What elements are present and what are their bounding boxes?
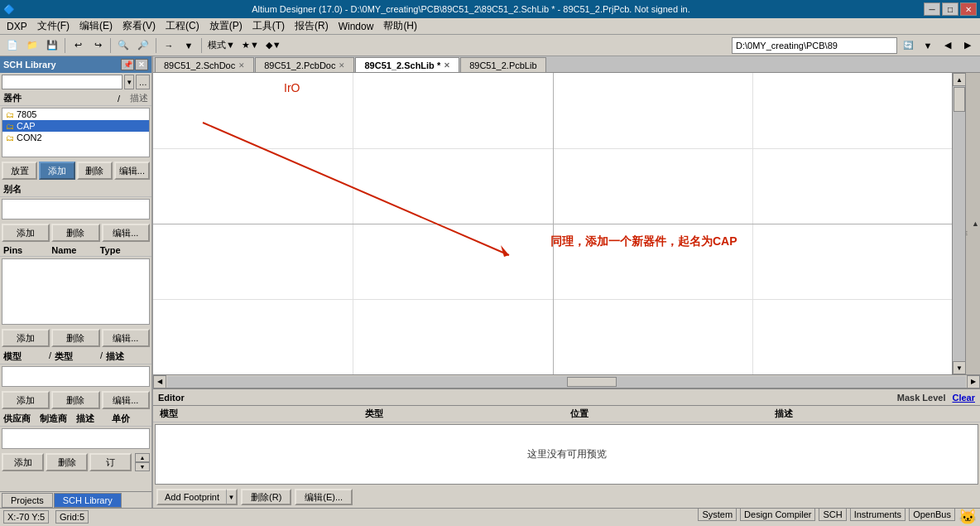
hscroll-left-btn[interactable]: ◀ — [153, 375, 166, 388]
tab-pcblib-label: 89C51_2.PcbLib — [469, 60, 536, 70]
minimize-button[interactable]: ─ — [924, 2, 940, 16]
search-more-btn[interactable]: … — [136, 75, 150, 89]
add-supplier-button[interactable]: 添加 — [2, 453, 44, 471]
panel-close-btn[interactable]: ✕ — [135, 59, 148, 70]
status-design-compiler[interactable]: Design Compiler — [740, 508, 815, 521]
search-dropdown-btn[interactable]: ▼ — [124, 75, 134, 89]
side-btn-up[interactable]: ▲ — [971, 218, 980, 229]
tb-star[interactable]: ★▼ — [239, 36, 262, 55]
delete-pin-button[interactable]: 删除 — [51, 329, 99, 347]
spin-down[interactable]: ▼ — [135, 462, 150, 471]
scroll-track[interactable] — [953, 86, 965, 361]
delete-alias-button[interactable]: 删除 — [51, 224, 99, 242]
edit-model-button[interactable]: 编辑... — [102, 391, 150, 409]
order-button[interactable]: 订 — [89, 453, 132, 471]
tb-open[interactable]: 📁 — [23, 36, 41, 55]
edit-component-button[interactable]: 编辑... — [114, 162, 150, 180]
edit-model-footer-button[interactable]: 编辑(E)... — [295, 489, 353, 505]
edit-alias-button[interactable]: 编辑... — [102, 224, 150, 242]
menu-item-9[interactable]: 帮助(H) — [378, 18, 422, 34]
scroll-up-btn[interactable]: ▲ — [953, 73, 966, 86]
tb-path-btn2[interactable]: ▼ — [919, 36, 937, 55]
comp-icon-con2: 🗂 — [6, 133, 14, 142]
hscroll-track[interactable] — [167, 376, 966, 388]
tb-zoom-out[interactable]: 🔍 — [114, 36, 132, 55]
tb-save[interactable]: 💾 — [43, 36, 61, 55]
menu-item-1[interactable]: 文件(F) — [32, 18, 74, 34]
projects-tab[interactable]: Projects — [2, 493, 53, 508]
status-system[interactable]: System — [698, 508, 737, 521]
hscroll-right-btn[interactable]: ▶ — [967, 375, 980, 388]
components-desc-label: 描述 — [130, 92, 148, 104]
maximize-button[interactable]: □ — [942, 2, 958, 16]
tab-pcbdoc[interactable]: 89C51_2.PcbDoc ✕ — [255, 57, 354, 72]
tb-new[interactable]: 📄 — [3, 36, 22, 55]
tb-path-btn1[interactable]: 🔄 — [899, 36, 917, 55]
tb-redo[interactable]: ↪ — [89, 36, 107, 55]
model-slash2: / — [97, 350, 106, 363]
tb-undo[interactable]: ↩ — [69, 36, 87, 55]
add-alias-button[interactable]: 添加 — [2, 224, 50, 242]
tb-dropdown[interactable]: ▼ — [180, 36, 198, 55]
edit-pin-button[interactable]: 编辑... — [102, 329, 150, 347]
status-sch[interactable]: SCH — [819, 508, 846, 521]
comp-item-7805[interactable]: 🗂 7805 — [2, 109, 149, 120]
menu-item-0[interactable]: DXP — [2, 20, 32, 33]
component-search-input[interactable] — [2, 75, 122, 89]
menu-item-3[interactable]: 察看(V) — [118, 18, 161, 34]
comp-item-cap[interactable]: 🗂 CAP — [2, 120, 149, 132]
add-pin-button[interactable]: 添加 — [2, 329, 50, 347]
spin-up[interactable]: ▲ — [135, 453, 150, 462]
tb-diamond[interactable]: ◆▼ — [263, 36, 284, 55]
menu-item-7[interactable]: 报告(R) — [290, 18, 334, 34]
add-model-button[interactable]: 添加 — [2, 391, 50, 409]
tb-arrow[interactable]: → — [160, 36, 178, 55]
toolbar: 📄 📁 💾 ↩ ↪ 🔍 🔎 → ▼ 模式▼ ★▼ ◆▼ D:\0MY_creat… — [0, 35, 980, 56]
menu-item-4[interactable]: 工程(C) — [161, 18, 204, 34]
main-layout: SCH Library 📌 ✕ ▼ … 器件 / 描述 🗂 7805 🗂 — [0, 56, 980, 508]
supplier-list[interactable] — [2, 428, 150, 449]
alias-list[interactable] — [2, 199, 150, 220]
tab-pcblib[interactable]: 89C51_2.PcbLib — [460, 57, 545, 72]
tab-pcbdoc-close[interactable]: ✕ — [339, 61, 345, 70]
model-list[interactable] — [2, 366, 150, 387]
editor-title: Editor — [158, 393, 185, 403]
add-footprint-arrow[interactable]: ▼ — [226, 489, 238, 505]
add-footprint-button[interactable]: Add Footprint — [156, 489, 226, 505]
tb-path-btn4[interactable]: ▶ — [958, 36, 977, 55]
panel-pin-btn[interactable]: 📌 — [121, 59, 134, 70]
canvas-area[interactable]: IrO 同理，添加一个新器件，起名为CAP — [153, 73, 952, 374]
tab-schlib[interactable]: 89C51_2.SchLib * ✕ — [355, 57, 459, 72]
tb-path-btn3[interactable]: ◀ — [939, 36, 957, 55]
close-button[interactable]: ✕ — [960, 2, 977, 16]
clear-label[interactable]: Clear — [952, 393, 975, 403]
model-btn-row: 添加 删除 编辑... — [0, 388, 151, 412]
sch-library-tab[interactable]: SCH Library — [54, 493, 122, 508]
menu-item-2[interactable]: 编辑(E) — [74, 18, 118, 34]
tab-schdoc[interactable]: 89C51_2.SchDoc ✕ — [155, 57, 254, 72]
scroll-thumb[interactable] — [954, 87, 965, 112]
comp-item-con2[interactable]: 🗂 CON2 — [2, 132, 149, 143]
hscroll-thumb[interactable] — [567, 377, 617, 387]
tb-zoom-in[interactable]: 🔎 — [134, 36, 152, 55]
tab-schlib-close[interactable]: ✕ — [444, 61, 450, 70]
delete-model-footer-button[interactable]: 删除(R) — [241, 489, 291, 505]
delete-supplier-button[interactable]: 删除 — [46, 453, 88, 471]
comp-name-7805: 7805 — [17, 109, 36, 119]
menu-item-5[interactable]: 放置(P) — [204, 18, 247, 34]
delete-component-button[interactable]: 删除 — [77, 162, 113, 180]
tab-schdoc-close[interactable]: ✕ — [238, 61, 245, 70]
scroll-down-btn[interactable]: ▼ — [953, 361, 966, 374]
add-component-button[interactable]: 添加 — [39, 162, 74, 180]
supplier-spin[interactable]: ▲ ▼ — [135, 453, 150, 471]
place-button[interactable]: 放置 — [2, 162, 37, 180]
component-list[interactable]: 🗂 7805 🗂 CAP 🗂 CON2 — [2, 108, 150, 157]
pins-list[interactable] — [2, 258, 150, 325]
status-openbus[interactable]: OpenBus — [909, 508, 955, 521]
side-btn-label1[interactable]: 排 — [965, 222, 970, 225]
menu-item-8[interactable]: Window — [334, 20, 379, 33]
menu-item-6[interactable]: 工具(T) — [247, 18, 290, 34]
delete-model-button[interactable]: 删除 — [51, 391, 99, 409]
status-instruments[interactable]: Instruments — [850, 508, 906, 521]
tb-mode[interactable]: 模式▼ — [205, 36, 238, 55]
